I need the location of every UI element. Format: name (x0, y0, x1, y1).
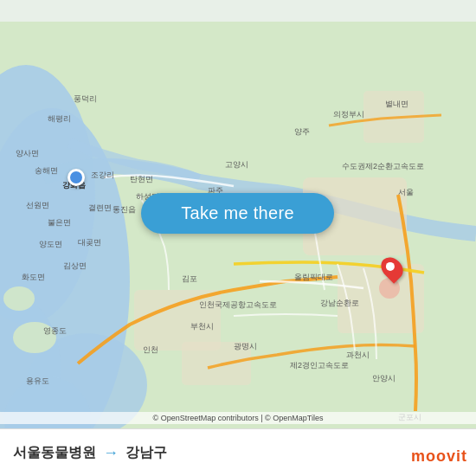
svg-text:인천국제공항고속도로: 인천국제공항고속도로 (199, 300, 277, 309)
svg-text:양도면: 양도면 (39, 240, 62, 248)
map-attribution: © OpenStreetMap contributors | © OpenMap… (0, 412, 476, 424)
svg-text:결련면: 결련면 (88, 203, 112, 212)
info-bar: 서울동물병원 → 강남구 moovit (0, 428, 476, 476)
svg-rect-9 (134, 290, 221, 351)
svg-text:탄현면: 탄현면 (130, 175, 153, 183)
origin-label: 서울동물병원 (13, 444, 96, 462)
take-me-there-label: Take me there (181, 203, 294, 223)
moovit-logo: moovit (411, 447, 467, 466)
svg-text:광명시: 광명시 (234, 342, 257, 351)
svg-text:김상면: 김상면 (63, 261, 87, 270)
moovit-text: moovit (411, 447, 467, 466)
take-me-there-button[interactable]: Take me there (141, 193, 334, 234)
svg-text:의정부시: 의정부시 (333, 110, 364, 119)
svg-text:풍덕리: 풍덕리 (74, 94, 97, 103)
origin-marker (68, 169, 85, 186)
svg-text:영종도: 영종도 (43, 326, 67, 335)
svg-text:화도면: 화도면 (22, 273, 45, 281)
svg-text:별내면: 별내면 (385, 100, 408, 108)
svg-text:해평리: 해평리 (48, 114, 71, 123)
destination-label: 강남구 (125, 444, 167, 462)
svg-text:양사면: 양사면 (16, 149, 39, 158)
svg-text:제2경인고속도로: 제2경인고속도로 (290, 361, 349, 370)
info-bar-left: 서울동물병원 → 강남구 (13, 444, 167, 462)
svg-text:과천시: 과천시 (346, 351, 370, 359)
svg-text:서울: 서울 (398, 188, 414, 196)
arrow-icon: → (103, 444, 119, 462)
svg-text:부천시: 부천시 (190, 322, 214, 331)
map-svg: 풍덕리 해평리 양사면 송해면 강화읍 선원면 조강리 탄현면 불은면 결련면 … (0, 0, 476, 476)
svg-text:올림픽대로: 올림픽대로 (294, 273, 333, 281)
svg-text:조강리: 조강리 (91, 170, 114, 179)
svg-text:통진읍: 통진읍 (113, 205, 136, 214)
destination-marker (383, 256, 402, 280)
attribution-text: © OpenStreetMap contributors | © OpenMap… (153, 414, 324, 422)
svg-text:용유도: 용유도 (26, 376, 49, 385)
svg-point-49 (379, 278, 400, 299)
svg-text:대곶면: 대곶면 (78, 238, 101, 247)
svg-text:양주: 양주 (294, 127, 310, 136)
svg-text:고양시: 고양시 (225, 160, 248, 169)
svg-text:송해면: 송해면 (35, 166, 58, 175)
svg-text:수도권제2순환고속도로: 수도권제2순환고속도로 (342, 162, 424, 170)
map-container: 풍덕리 해평리 양사면 송해면 강화읍 선원면 조강리 탄현면 불은면 결련면 … (0, 0, 476, 476)
svg-point-7 (3, 286, 35, 311)
svg-text:강남순환로: 강남순환로 (320, 299, 359, 307)
svg-text:김포: 김포 (182, 274, 197, 283)
svg-text:안양시: 안양시 (372, 374, 396, 383)
svg-text:인천: 인천 (143, 345, 158, 354)
svg-text:불은면: 불은면 (48, 218, 71, 227)
svg-text:선원면: 선원면 (26, 201, 49, 209)
